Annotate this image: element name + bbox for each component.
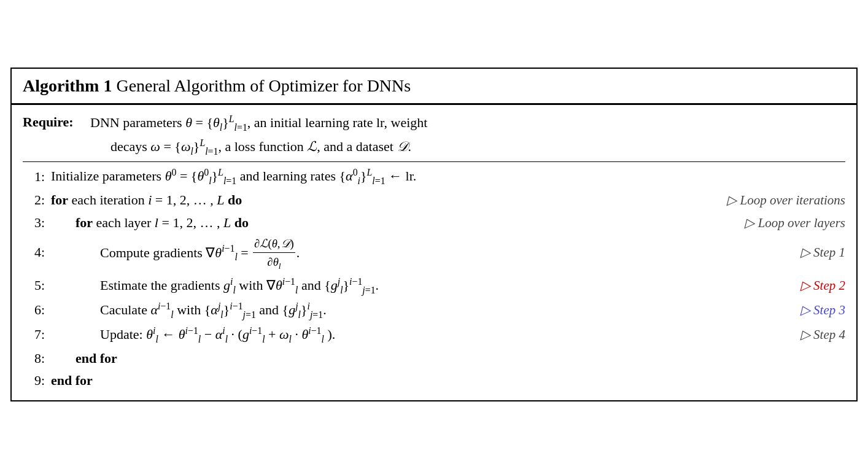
step-8-text: end for [76, 347, 845, 369]
step-num-1: 1: [23, 166, 51, 187]
step-num-5: 5: [23, 274, 51, 296]
require-content: DNN parameters θ = {θl}Ll=1, an initial … [90, 111, 845, 159]
step-4-text: Compute gradients ∇θi−1l = ∂ℒ(θ,𝒟)∂θl. [100, 234, 686, 273]
step-7-comment: ▷ Step 4 [686, 325, 845, 346]
algorithm-title: Algorithm 1 General Algorithm of Optimiz… [12, 69, 856, 104]
step-6-content: Caculate αi−1l with {αjl}i−1j=1 and {gjl… [51, 298, 845, 322]
step-2-content: for each iteration i = 1, 2, … , L do ▷ … [51, 189, 845, 211]
step-6-text: Caculate αi−1l with {αjl}i−1j=1 and {gjl… [100, 298, 686, 322]
step-num-8: 8: [23, 347, 51, 369]
step-5-comment: ▷ Step 2 [686, 276, 845, 297]
step-5-content: Estimate the gradients gil with ∇θi−1l a… [51, 274, 845, 298]
step-4: 4: Compute gradients ∇θi−1l = ∂ℒ(θ,𝒟)∂θl… [23, 234, 845, 273]
step-1: 1: Initialize parameters θ0 = {θ0l}Ll=1 … [23, 165, 845, 188]
algo-label: Algorithm 1 [23, 76, 112, 95]
step-1-content: Initialize parameters θ0 = {θ0l}Ll=1 and… [51, 165, 845, 188]
step-9-text: end for [51, 370, 845, 391]
step-4-comment: ▷ Step 1 [686, 242, 845, 263]
algorithm-box: Algorithm 1 General Algorithm of Optimiz… [10, 68, 858, 402]
step-9-content: end for [51, 370, 845, 391]
step-5-text: Estimate the gradients gil with ∇θi−1l a… [100, 274, 686, 298]
step-3-text: for each layer l = 1, 2, … , L do [76, 212, 686, 233]
require-line: Require: DNN parameters θ = {θl}Ll=1, an… [23, 111, 845, 159]
step-2-comment: ▷ Loop over iterations [686, 190, 845, 211]
step-num-6: 6: [23, 299, 51, 320]
step-2-text: for each iteration i = 1, 2, … , L do [51, 189, 686, 211]
step-8-content: end for [51, 347, 845, 369]
step-6: 6: Caculate αi−1l with {αjl}i−1j=1 and {… [23, 298, 845, 322]
step-6-comment: ▷ Step 3 [686, 300, 845, 321]
step-num-2: 2: [23, 189, 51, 211]
step-3-comment: ▷ Loop over layers [686, 213, 845, 234]
step-num-9: 9: [23, 370, 51, 391]
step-7: 7: Update: θil ← θi−1l − αil · (gi−1l + … [23, 323, 845, 347]
step-1-text: Initialize parameters θ0 = {θ0l}Ll=1 and… [51, 165, 845, 188]
step-num-3: 3: [23, 212, 51, 233]
step-3: 3: for each layer l = 1, 2, … , L do ▷ L… [23, 212, 845, 234]
step-8: 8: end for [23, 347, 845, 369]
require-label: Require: [23, 111, 90, 133]
step-4-content: Compute gradients ∇θi−1l = ∂ℒ(θ,𝒟)∂θl. ▷… [51, 234, 845, 273]
algo-body: Require: DNN parameters θ = {θl}Ll=1, an… [12, 105, 856, 400]
step-5: 5: Estimate the gradients gil with ∇θi−1… [23, 274, 845, 298]
step-num-4: 4: [23, 241, 51, 263]
step-7-content: Update: θil ← θi−1l − αil · (gi−1l + ωl … [51, 323, 845, 347]
step-3-content: for each layer l = 1, 2, … , L do ▷ Loop… [51, 212, 845, 234]
step-num-7: 7: [23, 324, 51, 345]
step-2: 2: for each iteration i = 1, 2, … , L do… [23, 189, 845, 211]
algo-title-text: General Algorithm of Optimizer for DNNs [116, 76, 411, 95]
step-7-text: Update: θil ← θi−1l − αil · (gi−1l + ωl … [100, 323, 686, 347]
step-9: 9: end for [23, 370, 845, 391]
